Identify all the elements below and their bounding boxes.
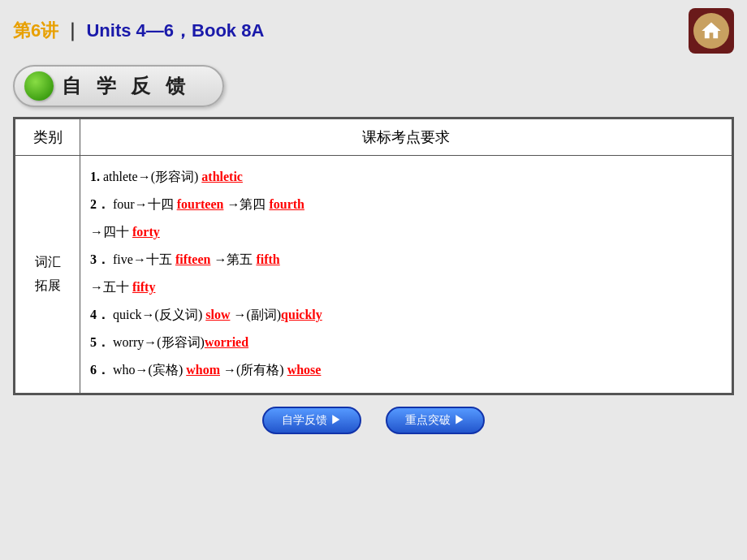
item1-text1: athlete→(形容词): [103, 170, 201, 183]
self-study-label: 自学反馈 ▶: [282, 413, 342, 428]
key-points-button[interactable]: 重点突破 ▶: [386, 407, 485, 434]
item5-answer1: worried: [205, 335, 248, 349]
main-table: 类别 课标考点要求 词汇拓展 1. athlete→(形容词) athletic: [15, 118, 732, 394]
section-banner: 自 学 反 馈: [13, 65, 224, 107]
lecture-label: 第6讲: [13, 20, 58, 41]
item3-text1: five→十五: [113, 252, 175, 266]
item2-num: 2．: [90, 197, 110, 211]
item3-text2: →第五: [210, 252, 256, 266]
item6-text1: who→(宾格): [113, 363, 186, 377]
home-icon-circle: [693, 13, 729, 49]
footer-buttons: 自学反馈 ▶ 重点突破 ▶: [0, 407, 747, 434]
item4-text1: quick→(反义词): [113, 308, 205, 321]
header-title: 第6讲 ｜ Units 4—6，Book 8A: [13, 19, 264, 43]
category-text: 词汇拓展: [35, 255, 61, 292]
item2b-answer1: forty: [132, 225, 160, 239]
banner-text: 自 学 反 馈: [62, 73, 190, 99]
item-2b: →四十 forty: [90, 219, 722, 245]
item3b-text1: →五十: [90, 280, 132, 294]
item-2: 2． four→十四 fourteen →第四 fourth: [90, 192, 722, 218]
item1-num: 1.: [90, 170, 100, 183]
item6-text2: →(所有格): [220, 363, 287, 377]
item3b-answer1: fifty: [132, 280, 155, 294]
item-3b: →五十 fifty: [90, 274, 722, 300]
item6-num: 6．: [90, 363, 110, 377]
divider: ｜: [58, 20, 86, 41]
item6-answer2: whose: [287, 363, 322, 377]
key-points-label: 重点突破 ▶: [405, 413, 465, 428]
item5-num: 5．: [90, 335, 110, 349]
item2-answer2: fourth: [269, 197, 304, 211]
item4-answer1: slow: [205, 308, 230, 321]
item3-answer1: fifteen: [175, 252, 211, 266]
green-circle-icon: [24, 71, 54, 101]
col2-header: 课标考点要求: [80, 119, 732, 156]
item4-num: 4．: [90, 308, 110, 321]
home-button[interactable]: [689, 8, 734, 54]
content-cell: 1. athlete→(形容词) athletic 2． four→十四 fou…: [80, 156, 732, 394]
item-4: 4． quick→(反义词) slow →(副词)quickly: [90, 302, 722, 328]
home-icon: [700, 19, 723, 42]
item6-answer1: whom: [186, 363, 220, 377]
item5-text1: worry→(形容词): [113, 335, 205, 349]
header: 第6讲 ｜ Units 4—6，Book 8A: [0, 0, 747, 58]
self-study-button[interactable]: 自学反馈 ▶: [262, 407, 361, 434]
units-label: Units 4—6，Book 8A: [86, 20, 264, 41]
item2-text2: →第四: [223, 197, 269, 211]
item3-answer2: fifth: [256, 252, 279, 266]
col1-header: 类别: [15, 119, 80, 156]
item4-answer2: quickly: [281, 308, 322, 321]
item2-text1: four→十四: [113, 197, 177, 211]
item3-num: 3．: [90, 252, 110, 266]
category-cell: 词汇拓展: [15, 156, 80, 394]
item-6: 6． who→(宾格) whom →(所有格) whose: [90, 357, 722, 383]
item2b-text1: →四十: [90, 225, 132, 239]
item-3: 3． five→十五 fifteen →第五 fifth: [90, 247, 722, 273]
item2-answer1: fourteen: [177, 197, 224, 211]
item-5: 5． worry→(形容词)worried: [90, 330, 722, 355]
item1-answer1: athletic: [201, 170, 243, 183]
main-table-wrapper: 类别 课标考点要求 词汇拓展 1. athlete→(形容词) athletic: [13, 117, 734, 395]
item4-text2: →(副词): [230, 308, 281, 321]
item-1: 1. athlete→(形容词) athletic: [90, 164, 722, 190]
